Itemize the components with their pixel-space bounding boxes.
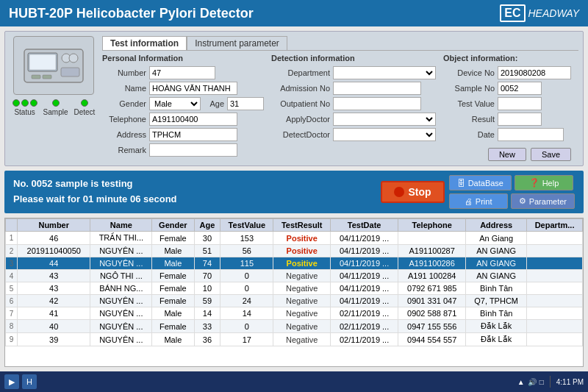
row-testdate: 02/11/2019 ... <box>331 307 398 320</box>
col-name: Name <box>90 219 152 232</box>
gender-label: Gender <box>102 99 146 108</box>
row-idx: 2 <box>6 245 18 257</box>
sample-no-input[interactable] <box>498 82 542 95</box>
test-value-input[interactable] <box>498 97 542 110</box>
row-result: Positive <box>273 257 331 270</box>
row-testdate: 04/11/2019 ... <box>331 282 398 295</box>
col-number: Number <box>18 219 90 232</box>
col-telephone: Telephone <box>398 219 466 232</box>
sample-no-label: Sample No <box>443 84 495 93</box>
department-row: Department <box>271 66 436 79</box>
row-address: Đắk Lắk <box>466 333 527 346</box>
table-body: 1 46 TRẦN THI... Female 30 153 Positive … <box>6 232 583 346</box>
row-testdate: 04/11/2019 ... <box>331 245 398 257</box>
row-dept <box>527 282 583 295</box>
parameter-button[interactable]: ⚙ Parameter <box>511 193 575 209</box>
outpatient-row: Outpatient No <box>271 97 436 110</box>
telephone-input[interactable] <box>149 113 237 126</box>
row-testdate: 02/11/2019 ... <box>331 333 398 346</box>
row-gender: Female <box>152 232 194 245</box>
parameter-label: Parameter <box>529 197 567 206</box>
logo-headway: HEADWAY <box>528 7 580 19</box>
table-row[interactable]: 8 40 NGUYÊN ... Female 33 0 Negative 02/… <box>6 320 583 333</box>
start-button[interactable]: ▶ <box>4 374 19 389</box>
help-button[interactable]: ❓ Help <box>514 175 573 190</box>
name-label: Name <box>102 84 146 93</box>
taskbar-app-icon[interactable]: H <box>22 374 37 389</box>
row-dept <box>527 270 583 282</box>
detect-indicator: Detect <box>74 99 96 116</box>
date-row: Date <box>443 128 571 141</box>
row-gender: Female <box>152 282 194 295</box>
remark-input[interactable] <box>149 143 237 157</box>
department-select[interactable] <box>333 66 436 79</box>
row-gender: Male <box>152 257 194 270</box>
row-testvalue: 153 <box>220 232 273 245</box>
row-number: 43 <box>18 282 90 295</box>
new-button[interactable]: New <box>488 148 526 161</box>
number-row: Number <box>102 66 264 79</box>
database-button[interactable]: 🗄 DataBase <box>449 175 512 190</box>
address-input[interactable] <box>149 128 237 141</box>
table-row[interactable]: 5 43 BÁNH NG... Female 10 0 Negative 04/… <box>6 282 583 295</box>
row-name: NGUYÊN ... <box>90 307 152 320</box>
taskbar: ▶ H ▲ 🔊 □ 4:11 PM <box>0 371 588 392</box>
table-row[interactable]: 7 41 NGUYÊN ... Male 14 14 Negative 02/1… <box>6 307 583 320</box>
detect-led <box>81 99 88 107</box>
detectdoctor-select[interactable] <box>333 128 436 141</box>
row-telephone: 0902 588 871 <box>398 307 466 320</box>
remark-row: Remark <box>102 143 264 157</box>
age-input[interactable] <box>227 97 264 110</box>
date-input[interactable] <box>498 128 564 141</box>
table-row[interactable]: 3 44 NGUYÊN ... Male 74 115 Positive 04/… <box>6 257 583 270</box>
tab-test-info[interactable]: Test information <box>102 36 187 50</box>
table-row[interactable]: 6 42 NGUYÊN ... Female 59 24 Negative 04… <box>6 295 583 307</box>
detect-label: Detect <box>74 108 96 116</box>
outpatient-input[interactable] <box>333 97 421 110</box>
table-row[interactable]: 2 201911040050 NGUYÊN ... Male 51 56 Pos… <box>6 245 583 257</box>
database-label: DataBase <box>468 179 503 188</box>
row-idx: 4 <box>6 270 18 282</box>
row-result: Negative <box>273 270 331 282</box>
row-address: AN GIANG <box>466 245 527 257</box>
row-testvalue: 14 <box>220 307 273 320</box>
table-row[interactable]: 9 39 NGUYÊN ... Male 36 17 Negative 02/1… <box>6 333 583 346</box>
row-number: 41 <box>18 307 90 320</box>
row-testdate: 04/11/2019 ... <box>331 257 398 270</box>
row-gender: Male <box>152 245 194 257</box>
row-idx: 7 <box>6 307 18 320</box>
row-name: NGUYÊN ... <box>90 257 152 270</box>
save-button[interactable]: Save <box>531 148 571 161</box>
number-label: Number <box>102 68 146 77</box>
table-row[interactable]: 1 46 TRẦN THI... Female 30 153 Positive … <box>6 232 583 245</box>
result-input[interactable] <box>498 113 542 126</box>
applydoctor-row: ApplyDoctor <box>271 113 436 126</box>
gender-select[interactable]: Male Female <box>149 97 201 110</box>
object-info-heading: Object information: <box>443 54 571 63</box>
number-input[interactable] <box>149 66 215 79</box>
row-idx: 1 <box>6 232 18 245</box>
row-telephone: A191100287 <box>398 245 466 257</box>
object-info-col: Object information: Device No Sample No … <box>443 54 571 161</box>
table-row[interactable]: 4 43 NGÔ THI ... Female 70 0 Negative 04… <box>6 270 583 282</box>
row-address: Bình Tân <box>466 307 527 320</box>
status-led <box>12 99 20 107</box>
row-dept <box>527 333 583 346</box>
admission-row: Admission No <box>271 82 436 95</box>
admission-input[interactable] <box>333 82 421 95</box>
stop-button[interactable]: Stop <box>381 181 445 203</box>
applydoctor-select[interactable] <box>333 113 436 126</box>
status-bar: No. 0052 sample is testing Please wait f… <box>4 171 584 213</box>
row-idx: 8 <box>6 320 18 333</box>
row-telephone: 0944 554 557 <box>398 333 466 346</box>
row-testvalue: 56 <box>220 245 273 257</box>
row-name: NGUYÊN ... <box>90 245 152 257</box>
stop-label: Stop <box>409 186 431 198</box>
name-input[interactable] <box>149 82 237 95</box>
col-testresult: TestResult <box>273 219 331 232</box>
row-age: 36 <box>194 333 220 346</box>
device-no-input[interactable] <box>498 66 571 79</box>
print-button[interactable]: 🖨 Print <box>449 193 508 209</box>
col-dept: Departm... <box>527 219 583 232</box>
tab-instrument-param[interactable]: Instrument parameter <box>187 36 287 50</box>
